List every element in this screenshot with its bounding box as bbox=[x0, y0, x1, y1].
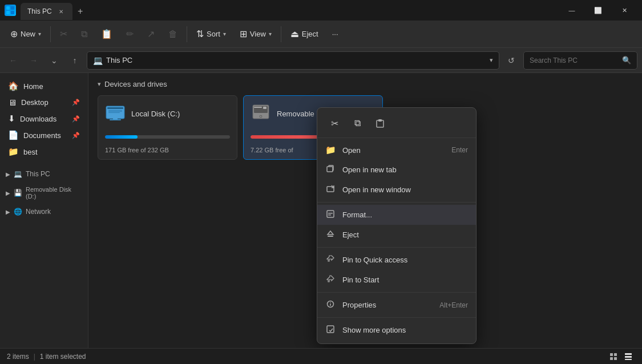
maximize-button[interactable]: ⬜ bbox=[585, 0, 611, 21]
ctx-eject[interactable]: Eject bbox=[317, 225, 476, 245]
sidebar-item-removable-disk[interactable]: ▶ 💾 Removable Disk (D:) bbox=[0, 183, 88, 203]
address-input[interactable]: 💻 This PC ▾ bbox=[87, 51, 499, 70]
pin-icon-documents: 📌 bbox=[72, 132, 80, 139]
svg-rect-21 bbox=[327, 211, 334, 217]
sidebar-item-label-this-pc: This PC bbox=[26, 170, 50, 178]
new-tab-button[interactable]: + bbox=[72, 3, 88, 19]
ctx-separator-1 bbox=[317, 202, 476, 203]
up-button[interactable]: ↑ bbox=[66, 52, 83, 69]
this-pc-chevron-icon: ▶ bbox=[6, 171, 10, 177]
sidebar-item-network[interactable]: ▶ 🌐 Network bbox=[0, 205, 88, 219]
ctx-pin-quick-icon bbox=[325, 254, 336, 265]
recent-button[interactable]: ⌄ bbox=[46, 52, 63, 69]
ctx-cut-button[interactable]: ✂ bbox=[324, 115, 345, 132]
ctx-more-icon bbox=[325, 325, 336, 335]
removable-disk-chevron-icon: ▶ bbox=[6, 190, 10, 196]
ctx-separator-3 bbox=[317, 292, 476, 293]
ctx-separator-2 bbox=[317, 247, 476, 248]
svg-rect-22 bbox=[328, 213, 333, 214]
grid-view-button[interactable] bbox=[621, 350, 635, 363]
sort-icon: ⇅ bbox=[196, 29, 204, 39]
ctx-pin-start[interactable]: Pin to Start bbox=[317, 270, 476, 290]
refresh-button[interactable]: ↺ bbox=[503, 52, 520, 69]
search-box[interactable]: 🔍 bbox=[523, 51, 637, 70]
address-text: This PC bbox=[106, 56, 132, 64]
ctx-properties-label: Properties bbox=[342, 301, 433, 309]
drive-item-local[interactable]: Local Disk (C:) 171 GB free of 232 GB bbox=[98, 95, 237, 160]
svg-rect-24 bbox=[328, 236, 333, 237]
search-input[interactable] bbox=[530, 56, 619, 64]
close-button[interactable]: ✕ bbox=[611, 0, 637, 21]
sidebar-item-this-pc[interactable]: ▶ 💻 This PC bbox=[0, 167, 88, 181]
app-icon bbox=[5, 5, 16, 16]
svg-rect-1 bbox=[11, 6, 14, 10]
svg-rect-23 bbox=[328, 215, 331, 216]
tab-this-pc[interactable]: This PC ✕ bbox=[21, 3, 72, 20]
svg-rect-34 bbox=[625, 356, 632, 358]
more-button[interactable]: ··· bbox=[326, 24, 344, 45]
copy-icon: ⧉ bbox=[81, 29, 87, 39]
downloads-icon: ⬇ bbox=[8, 114, 15, 124]
sidebar: 🏠 Home 🖥 Desktop 📌 ⬇ Downloads 📌 📄 Docum… bbox=[0, 73, 88, 348]
toolbar-separator-3 bbox=[281, 26, 281, 42]
paste-icon: 📋 bbox=[101, 29, 112, 39]
context-menu-toolbar: ✂ ⧉ bbox=[317, 111, 476, 138]
rename-icon: ✏ bbox=[126, 29, 134, 39]
share-button: ↗ bbox=[142, 24, 160, 45]
new-label: New bbox=[21, 30, 35, 38]
sidebar-item-label-home: Home bbox=[23, 82, 80, 91]
sidebar-item-desktop[interactable]: 🖥 Desktop 📌 bbox=[2, 95, 86, 110]
svg-rect-5 bbox=[107, 107, 123, 109]
ctx-format[interactable]: Format... bbox=[317, 205, 476, 225]
toolbar-separator-2 bbox=[187, 26, 187, 42]
more-icon: ··· bbox=[332, 30, 338, 38]
view-icon: ⊞ bbox=[240, 29, 247, 39]
drive-free-removable: 7.22 GB free of bbox=[251, 147, 293, 153]
ctx-properties[interactable]: Properties Alt+Enter bbox=[317, 295, 476, 315]
ctx-pin-quick[interactable]: Pin to Quick access bbox=[317, 250, 476, 270]
drive-top-local: Local Disk (C:) bbox=[105, 102, 230, 126]
ctx-copy-button[interactable]: ⧉ bbox=[347, 115, 368, 132]
eject-button[interactable]: ⏏ Eject bbox=[285, 24, 324, 45]
forward-button: → bbox=[25, 52, 42, 69]
svg-rect-18 bbox=[378, 119, 382, 122]
ctx-open[interactable]: 📁 Open Enter bbox=[317, 140, 476, 160]
sidebar-item-downloads[interactable]: ⬇ Downloads 📌 bbox=[2, 111, 86, 127]
drive-icon-removable bbox=[251, 102, 271, 126]
sidebar-item-home[interactable]: 🏠 Home bbox=[2, 78, 86, 94]
new-icon: ⊕ bbox=[10, 29, 18, 39]
tab-close-button[interactable]: ✕ bbox=[56, 7, 66, 16]
ctx-open-tab-label: Open in new tab bbox=[342, 165, 468, 174]
ctx-paste-button[interactable] bbox=[370, 115, 390, 132]
sort-button[interactable]: ⇅ Sort ▾ bbox=[191, 24, 232, 45]
new-button[interactable]: ⊕ New ▾ bbox=[5, 24, 47, 45]
network-icon: 🌐 bbox=[14, 208, 22, 216]
sidebar-item-documents[interactable]: 📄 Documents 📌 bbox=[2, 127, 86, 143]
main-area: 🏠 Home 🖥 Desktop 📌 ⬇ Downloads 📌 📄 Docum… bbox=[0, 73, 642, 348]
minimize-button[interactable]: — bbox=[559, 0, 585, 21]
svg-rect-9 bbox=[113, 118, 118, 119]
view-buttons bbox=[607, 350, 635, 363]
ctx-open-new-tab[interactable]: Open in new tab bbox=[317, 160, 476, 180]
cut-icon: ✂ bbox=[60, 29, 67, 39]
ctx-more-options[interactable]: Show more options bbox=[317, 320, 476, 340]
svg-rect-8 bbox=[108, 112, 120, 113]
title-bar: This PC ✕ + — ⬜ ✕ bbox=[0, 0, 642, 21]
ctx-open-tab-icon bbox=[325, 164, 336, 175]
svg-point-27 bbox=[330, 302, 331, 303]
view-button[interactable]: ⊞ View ▾ bbox=[234, 24, 277, 45]
svg-rect-13 bbox=[263, 107, 267, 109]
pin-icon-desktop: 📌 bbox=[72, 99, 80, 106]
back-button: ← bbox=[5, 52, 22, 69]
paste-button: 📋 bbox=[95, 24, 118, 45]
list-view-button[interactable] bbox=[607, 350, 620, 363]
svg-rect-30 bbox=[614, 353, 617, 356]
eject-label: Eject bbox=[302, 30, 318, 38]
svg-rect-6 bbox=[108, 110, 122, 111]
ctx-open-new-window[interactable]: Open in new window bbox=[317, 180, 476, 200]
section-header-devices[interactable]: ▾ Devices and drives bbox=[98, 80, 633, 88]
sidebar-item-best[interactable]: 📁 best bbox=[2, 144, 86, 160]
address-pc-icon: 💻 bbox=[93, 56, 103, 65]
home-icon: 🏠 bbox=[8, 81, 19, 91]
this-pc-icon: 💻 bbox=[14, 170, 22, 178]
